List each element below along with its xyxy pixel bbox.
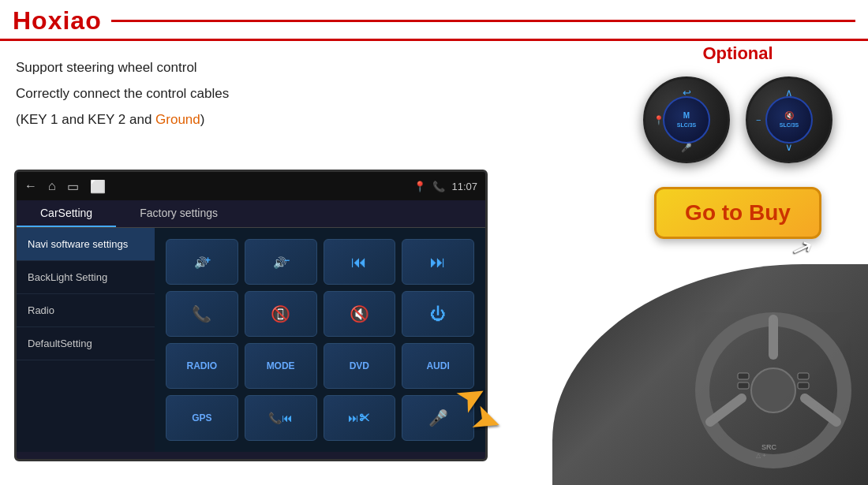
vol-down-btn[interactable]: 🔊− <box>245 239 317 285</box>
tab-factory[interactable]: Factory settings <box>116 200 241 227</box>
svg-text:SRC: SRC <box>761 443 777 451</box>
header-line <box>111 20 855 22</box>
svg-rect-11 <box>798 373 809 379</box>
screen-body: Navi software settings BackLight Setting… <box>17 228 485 452</box>
end-call-btn[interactable]: 📵 <box>245 291 317 337</box>
car-screen: ← ⌂ ▭ ⬜ 📍 📞 11:07 CarSetting Factory set… <box>14 170 488 461</box>
sidebar-radio[interactable]: Radio <box>17 294 155 327</box>
left-section: Support steering wheel control Correctly… <box>0 41 331 132</box>
controllers-row: ↩ 📍 🎤 MSLC/3S ∧ ∨ − 🔇SLC/3S <box>643 76 832 163</box>
header: Hoxiao <box>0 0 868 41</box>
gps-icon: 📍 <box>413 181 426 192</box>
desc-line3-highlight: Ground <box>155 112 200 127</box>
svg-line-7 <box>805 398 836 422</box>
desc-line3-part2: ) <box>200 112 205 127</box>
radio-btn[interactable]: RADIO <box>166 343 238 389</box>
svg-point-8 <box>751 368 795 412</box>
svg-rect-12 <box>798 382 809 389</box>
next-track-btn[interactable]: ⏭✂ <box>324 395 396 441</box>
desc-line3-part1: (KEY 1 and KEY 2 and <box>16 112 155 127</box>
svg-rect-9 <box>738 373 749 379</box>
ctrl2-label: 🔇SLC/3S <box>780 111 799 129</box>
time-display: 11:07 <box>451 181 477 192</box>
ctrl1-bottom-icon: 🎤 <box>681 143 692 153</box>
home-icon[interactable]: ⌂ <box>48 179 56 193</box>
optional-label: Optional <box>702 43 773 64</box>
recents-icon[interactable]: ▭ <box>67 179 79 194</box>
sidebar-default[interactable]: DefaultSetting <box>17 327 155 360</box>
ctrl2-left-icon: − <box>756 115 761 125</box>
controller-2: ∧ ∨ − 🔇SLC/3S <box>746 76 832 163</box>
svg-text:+: + <box>205 255 211 266</box>
ctrl1-inner: MSLC/3S <box>663 96 710 144</box>
call-btn[interactable]: 📞 <box>166 291 238 337</box>
next-btn[interactable]: ⏭ <box>402 239 474 285</box>
controller-1: ↩ 📍 🎤 MSLC/3S <box>643 76 730 163</box>
screen-tabs: CarSetting Factory settings <box>17 200 485 228</box>
desc-line3: (KEY 1 and KEY 2 and Ground) <box>16 109 316 132</box>
sidebar-backlight[interactable]: BackLight Setting <box>17 261 155 294</box>
phone-icon: 📞 <box>432 181 445 192</box>
menu-icon[interactable]: ⬜ <box>90 179 106 194</box>
vol-up-btn[interactable]: 🔊+ <box>166 239 238 285</box>
steering-wheel-svg: SRC △ + <box>694 304 852 477</box>
power-btn[interactable]: ⏻ <box>402 291 474 337</box>
screen-sidebar: Navi software settings BackLight Setting… <box>17 228 155 452</box>
mute-btn[interactable]: 🔇 <box>324 291 396 337</box>
go-to-buy-button[interactable]: Go to Buy <box>654 187 821 239</box>
svg-text:△  +: △ + <box>756 452 766 459</box>
prev-btn[interactable]: ⏮ <box>324 239 396 285</box>
tab-carsetting[interactable]: CarSetting <box>17 200 116 227</box>
right-section: Optional ↩ 📍 🎤 MSLC/3S ∧ ∨ − <box>615 43 860 239</box>
svg-text:−: − <box>284 255 290 266</box>
gps-btn[interactable]: GPS <box>166 395 238 441</box>
mode-btn[interactable]: MODE <box>245 343 317 389</box>
back-icon[interactable]: ← <box>24 179 37 193</box>
desc-line2: Correctly connect the control cables <box>16 83 316 106</box>
desc-line1: Support steering wheel control <box>16 57 316 80</box>
ctrl1-label: MSLC/3S <box>677 111 697 129</box>
dvd-btn[interactable]: DVD <box>324 343 396 389</box>
ctrl2-inner: 🔇SLC/3S <box>765 96 813 144</box>
steering-bg: SRC △ + <box>552 264 868 485</box>
go-to-buy-container: Go to Buy ↖ <box>654 187 821 239</box>
controls-grid: 🔊+ 🔊− ⏮ ⏭ 📞 📵 🔇 ⏻ RADIO MODE DVD AUDI GP… <box>155 228 485 452</box>
sidebar-navi[interactable]: Navi software settings <box>17 228 155 261</box>
prev-call-btn[interactable]: 📞⏮ <box>245 395 317 441</box>
screen-status: 📍 📞 11:07 <box>413 181 477 192</box>
svg-line-6 <box>710 398 742 422</box>
logo: Hoxiao <box>13 6 102 35</box>
screen-topbar: ← ⌂ ▭ ⬜ 📍 📞 11:07 <box>17 172 485 200</box>
svg-rect-10 <box>738 382 749 389</box>
nav-icons: ← ⌂ ▭ ⬜ <box>24 179 106 194</box>
